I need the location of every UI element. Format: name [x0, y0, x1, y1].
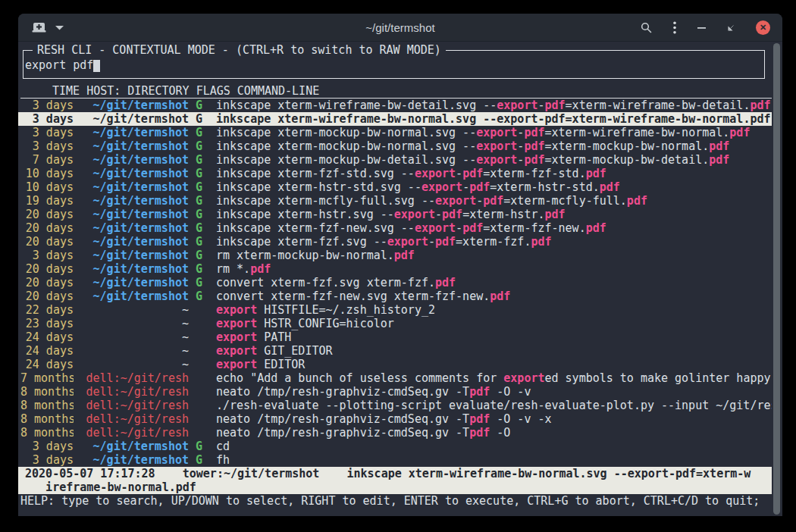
row-flags: G [189, 235, 216, 249]
history-row[interactable]: 3 days~/git/termshotGinkscape xterm-wire… [18, 112, 772, 126]
history-row[interactable]: 20 days~/git/termshotGinkscape xterm-fzf… [18, 221, 772, 235]
history-row[interactable]: 22 days~export HISTFILE=~/.zsh_history_2 [18, 303, 772, 317]
row-command: inkscape xterm-fzf-new.svg --export-pdf=… [216, 221, 772, 235]
row-flags [189, 344, 216, 358]
row-flags [189, 358, 216, 371]
history-row[interactable]: 8 monthsdell:~/git/resh./resh-evaluate -… [18, 399, 772, 412]
row-command: inkscape xterm-fzf-std.svg --export-pdf=… [216, 167, 772, 180]
row-time: 3 days [20, 453, 74, 467]
history-row[interactable]: 10 days~/git/termshotGinkscape xterm-hst… [18, 180, 772, 194]
new-tab-button[interactable] [32, 22, 46, 34]
history-row[interactable]: 3 days~/git/termshotGcd [18, 440, 772, 453]
row-command: inkscape xterm-mockup-bw-detail.svg --ex… [216, 153, 772, 167]
row-time: 24 days [20, 330, 74, 344]
row-command: ./resh-evaluate --plotting-script evalua… [216, 399, 772, 412]
history-row[interactable]: 10 days~/git/termshotGinkscape xterm-fzf… [18, 167, 772, 180]
history-row[interactable]: 20 days~/git/termshotGconvert xterm-fzf-… [18, 289, 772, 303]
history-row[interactable]: 8 monthsdell:~/git/reshneato /tmp/resh-g… [18, 385, 772, 399]
minimize-button[interactable] [697, 27, 706, 30]
row-host-directory: dell:~/git/resh [74, 371, 189, 385]
row-command: inkscape xterm-mockup-bw-normal.svg --ex… [216, 139, 772, 153]
terminal-window: ~/git/termshot [18, 14, 782, 516]
row-host-directory: ~ [74, 303, 189, 317]
history-row[interactable]: 7 days~/git/termshotGinkscape xterm-mock… [18, 153, 772, 167]
row-time: 3 days [20, 112, 74, 126]
row-host-directory: dell:~/git/resh [74, 412, 189, 426]
row-time: 20 days [20, 208, 74, 221]
row-command: inkscape xterm-wireframe-bw-normal.svg -… [216, 112, 772, 126]
menu-button[interactable] [673, 21, 676, 34]
row-host-directory: ~/git/termshot [74, 262, 189, 276]
row-time: 20 days [20, 235, 74, 249]
row-command: neato /tmp/resh-graphviz-cmdSeq.gv -Tpdf… [216, 426, 772, 440]
history-row[interactable]: 20 days~/git/termshotGinkscape xterm-hst… [18, 208, 772, 221]
row-command: export GIT_EDITOR [216, 344, 772, 358]
history-row[interactable]: 24 days~export EDITOR [18, 358, 772, 371]
row-host-directory: ~/git/termshot [74, 440, 189, 453]
titlebar: ~/git/termshot [18, 14, 782, 42]
row-time: 8 months [20, 426, 74, 440]
row-flags [189, 317, 216, 330]
row-flags: G [189, 99, 216, 112]
history-row[interactable]: 7 monthsdell:~/git/reshecho "Add a bunch… [18, 371, 772, 385]
restore-button[interactable] [727, 24, 735, 32]
row-command: inkscape xterm-fzf.svg --export-pdf=xter… [216, 235, 772, 249]
row-host-directory: ~/git/termshot [74, 208, 189, 221]
row-time: 24 days [20, 344, 74, 358]
history-row[interactable]: 20 days~/git/termshotGrm *.pdf [18, 262, 772, 276]
search-icon [641, 22, 652, 33]
row-command: inkscape xterm-mockup-bw-normal.svg --ex… [216, 126, 772, 139]
history-row[interactable]: 8 monthsdell:~/git/reshneato /tmp/resh-g… [18, 426, 772, 440]
row-time: 20 days [20, 262, 74, 276]
row-time: 3 days [20, 99, 74, 112]
row-time: 3 days [20, 126, 74, 139]
history-row[interactable]: 3 days~/git/termshotGinkscape xterm-mock… [18, 139, 772, 153]
row-host-directory: ~/git/termshot [74, 112, 189, 126]
row-host-directory: ~/git/termshot [74, 126, 189, 139]
row-time: 24 days [20, 358, 74, 371]
close-button[interactable]: ✕ [756, 20, 770, 35]
terminal-content: RESH CLI - CONTEXTUAL MODE - (CTRL+R to … [18, 42, 772, 516]
row-flags: G [189, 208, 216, 221]
row-command: export HSTR_CONFIG=hicolor [216, 317, 772, 330]
row-time: 23 days [20, 317, 74, 330]
history-rows: 3 days~/git/termshotGinkscape xterm-wire… [18, 99, 772, 467]
row-flags: G [189, 221, 216, 235]
resh-search-box: RESH CLI - CONTEXTUAL MODE - (CTRL+R to … [23, 50, 765, 79]
row-host-directory: ~/git/termshot [74, 139, 189, 153]
history-row[interactable]: 3 days~/git/termshotGinkscape xterm-wire… [18, 99, 772, 112]
history-row[interactable]: 8 monthsdell:~/git/reshneato /tmp/resh-g… [18, 412, 772, 426]
history-row[interactable]: 24 days~export GIT_EDITOR [18, 344, 772, 358]
scrollbar [772, 42, 782, 516]
row-command: fh [216, 453, 772, 467]
row-host-directory: ~/git/termshot [74, 249, 189, 262]
row-host-directory: ~/git/termshot [74, 180, 189, 194]
row-flags: G [189, 167, 216, 180]
row-host-directory: ~/git/termshot [74, 99, 189, 112]
row-time: 19 days [20, 194, 74, 208]
row-time: 20 days [20, 289, 74, 303]
history-row[interactable]: 24 days~export PATH [18, 330, 772, 344]
row-command: export EDITOR [216, 358, 772, 371]
history-row[interactable]: 19 days~/git/termshotGinkscape xterm-mcf… [18, 194, 772, 208]
row-host-directory: ~ [74, 358, 189, 371]
row-flags [189, 399, 216, 412]
row-command: cd [216, 440, 772, 453]
row-flags: G [189, 276, 216, 289]
history-row[interactable]: 23 days~export HSTR_CONFIG=hicolor [18, 317, 772, 330]
new-tab-icon [32, 22, 46, 34]
search-button[interactable] [641, 22, 652, 33]
history-row[interactable]: 3 days~/git/termshotGrm xterm-mockup-bw-… [18, 249, 772, 262]
scrollbar-thumb[interactable] [773, 43, 780, 515]
row-flags: G [189, 262, 216, 276]
row-command: neato /tmp/resh-graphviz-cmdSeq.gv -Tpdf… [216, 385, 772, 399]
history-row[interactable]: 3 days~/git/termshotGinkscape xterm-mock… [18, 126, 772, 139]
help-line: HELP: type to search, UP/DOWN to select,… [18, 494, 772, 508]
history-row[interactable]: 20 days~/git/termshotGinkscape xterm-fzf… [18, 235, 772, 249]
search-input[interactable]: export pdf [25, 58, 100, 72]
row-flags [189, 330, 216, 344]
row-command: inkscape xterm-hstr-std.svg --export-pdf… [216, 180, 772, 194]
history-row[interactable]: 3 days~/git/termshotGfh [18, 453, 772, 467]
history-row[interactable]: 20 days~/git/termshotGconvert xterm-fzf.… [18, 276, 772, 289]
tab-dropdown-button[interactable] [55, 25, 64, 30]
